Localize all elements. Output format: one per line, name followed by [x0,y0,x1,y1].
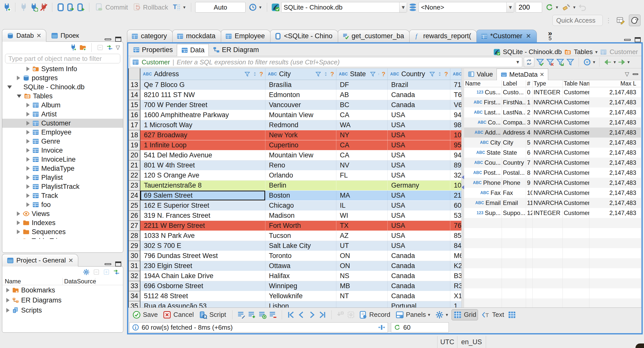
grid-cell-city[interactable]: Toronto [265,251,336,261]
transaction-log-button[interactable]: T ▾ [171,2,187,13]
chevron-down-icon[interactable]: ▾ [627,59,630,65]
chevron-right-icon[interactable] [26,184,30,189]
grid-cell-state[interactable]: CA [336,110,388,120]
perspective-sql-button[interactable] [615,15,626,26]
grid-cell-address[interactable]: 801 W 4th Street [140,160,265,170]
grid-cell-state[interactable]: UT [336,241,388,251]
script-button[interactable]: Script [197,311,227,319]
row-number[interactable]: 14 [128,90,140,100]
grid-cell-state[interactable]: IL [336,201,388,211]
tab-database-navigator[interactable]: Datab ✕ [2,29,46,42]
grid-cell-address[interactable]: 302 S 700 E [140,241,265,251]
grid-cell-country[interactable]: Canada [388,261,450,271]
fit-width-icon[interactable] [378,324,385,331]
grid-cell-postal[interactable]: 53 [450,211,461,221]
chevron-right-icon[interactable] [26,103,30,107]
grid-cell-postal[interactable]: 21 [450,191,461,201]
grid-cell-state[interactable]: TX [336,221,388,231]
chevron-down-icon[interactable] [7,85,12,89]
collapse-all-icon[interactable] [97,44,104,51]
grid-cell-state[interactable]: WI [336,211,388,221]
row-number[interactable]: 23 [128,181,140,191]
row-number[interactable]: 28 [128,231,140,241]
grid-cell-address[interactable]: 1 Microsoft Way [140,120,265,130]
maximize-icon[interactable] [635,37,641,42]
row-number[interactable]: 20 [128,150,140,160]
minimize-icon[interactable] [624,39,631,41]
row-number[interactable]: 18 [128,130,140,140]
project-item-bookmarks[interactable]: ★Bookmarks [2,285,123,295]
flip-rows-icon[interactable] [336,311,345,319]
chevron-right-icon[interactable] [26,130,30,135]
grid-cell-postal[interactable]: T6 [450,90,461,100]
grid-cell-country[interactable]: Germany [388,181,450,191]
sort-question-icon[interactable]: ? [259,71,263,78]
grid-cell-address[interactable]: Rua da Assunção 53 [140,301,265,308]
tab-project-general[interactable]: Project - General ✕ [2,254,78,267]
grid-view-button[interactable]: Grid [452,309,478,320]
tree-item-invoice[interactable]: Invoice [2,146,123,155]
grid-cell-state[interactable]: NV [336,160,388,170]
grid-cell-city[interactable]: Mountain View [265,150,336,160]
row-number[interactable]: 35 [128,301,140,308]
grid-cell-postal[interactable]: 10 [450,181,461,191]
grid-cell-address[interactable]: 69 Salem Street [140,191,265,201]
meta-row-lastna[interactable]: ABCLast...LastNa...2NVARCHARCustomer2,14… [464,107,641,117]
grid-cell-country[interactable]: USA [388,130,450,140]
meta-row-city[interactable]: ABCCityCity5NVARCHARCustomer2,147,483 [464,138,641,148]
tree-item-sqlite-chinook-db[interactable]: SQLite - Chinook.db [2,82,123,92]
column-header-clipped[interactable]: ABC [450,68,461,80]
grid-cell-address[interactable]: 319 N. Frances Street [140,211,265,221]
grid-cell-city[interactable]: Cupertino [265,140,336,150]
tree-item-postgres[interactable]: postgres [2,73,123,82]
grid-cell-country[interactable]: USA [388,201,450,211]
breadcrumb-container[interactable]: Tables [574,48,593,56]
chevron-right-icon[interactable] [17,221,20,225]
grid-cell-address[interactable]: 5112 48 Street [140,291,265,301]
editor-tab-employee[interactable]: Employee [221,30,271,42]
grid-cell-country[interactable]: USA [388,160,450,170]
sort-icon[interactable] [252,71,257,77]
meta-row-postal[interactable]: ABCPost...Postal...8NVARCHARCustomer2,14… [464,168,641,178]
chevron-right-icon[interactable] [6,298,10,302]
settings-button[interactable]: ▾ [434,311,450,319]
grid-cell-country[interactable]: USA [388,231,450,241]
grid-cell-postal[interactable]: V6 [450,100,461,110]
project-item-scripts[interactable]: Scripts [2,305,123,315]
chevron-right-icon[interactable] [26,148,30,153]
grid-cell-city[interactable]: Vancouver [265,100,336,110]
fetch-size-input[interactable] [516,2,542,13]
tree-item-genre[interactable]: Genre [2,137,123,146]
grid-corner[interactable] [128,68,140,80]
format-button[interactable]: ▾ [561,2,577,13]
chevron-right-icon[interactable] [26,193,30,198]
row-number[interactable]: 33 [128,281,140,291]
add-row-icon[interactable] [248,311,256,319]
disconnect-icon[interactable] [39,3,48,12]
tree-item-indexes[interactable]: Indexes [2,218,123,227]
tree-item-tables[interactable]: Tables [2,92,123,101]
editor-tab-customer[interactable]: *Customer✕ [476,30,537,42]
grid-cell-country[interactable]: Canada [388,281,450,291]
grid-cell-city[interactable]: Madison [265,211,336,221]
grid-cell-state[interactable]: DF [336,80,388,90]
meta-row-address[interactable]: ABCAdd...Address4NVARCHARCustomer2,147,4… [464,127,641,138]
grid-cell-city[interactable]: Salt Lake City [265,241,336,251]
grid-cell-address[interactable]: 8210 111 ST NW [140,90,265,100]
chevron-down-icon[interactable]: ▾ [614,59,616,65]
grid-cell-state[interactable]: WA [336,120,388,130]
chevron-right-icon[interactable] [26,202,30,207]
tree-item-foo[interactable]: foo [2,200,123,209]
grid-cell-address[interactable]: 700 W Pender Street [140,100,265,110]
grid-cell-state[interactable]: NS [336,271,388,281]
meta-column-name[interactable]: Name [464,80,502,87]
grid-cell-address[interactable]: 541 Del Medio Avenue [140,150,265,160]
grid-cell-country[interactable]: USA [388,120,450,130]
row-number[interactable]: 16 [128,110,140,120]
column-filter-icon[interactable] [244,71,250,77]
row-number[interactable]: 30 [128,251,140,261]
meta-column-table-name[interactable]: Table Name [563,80,589,87]
grid-cell-postal[interactable]: 85 [450,231,461,241]
grid-cell-postal[interactable]: 89 [450,160,461,170]
row-number[interactable]: 24 [128,191,140,201]
